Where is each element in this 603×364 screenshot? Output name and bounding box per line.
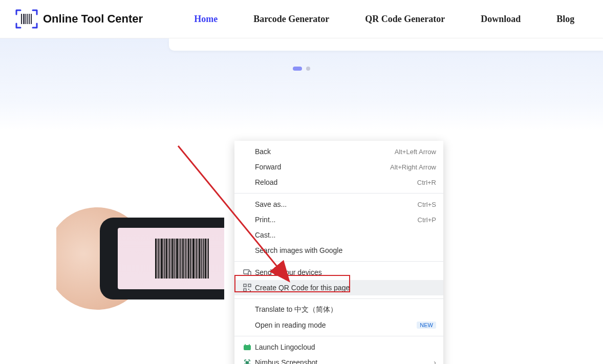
ctx-createqr-label: Create QR Code for this page (255, 284, 436, 292)
svg-rect-13 (244, 345, 251, 350)
ctx-lingocloud-label: Launch Lingocloud (255, 343, 436, 351)
ctx-print-shortcut: Ctrl+P (418, 216, 436, 224)
ctx-nimbus-screenshot[interactable]: N Nimbus Screenshot › (234, 355, 443, 364)
carousel-dot-2[interactable] (306, 67, 310, 71)
new-badge: NEW (417, 322, 436, 329)
ctx-forward[interactable]: Forward Alt+Right Arrow (234, 159, 443, 175)
ctx-reload[interactable]: Reload Ctrl+R (234, 175, 443, 190)
context-menu: Back Alt+Left Arrow Forward Alt+Right Ar… (234, 141, 443, 364)
ctx-launch-lingocloud[interactable]: Launch Lingocloud (234, 339, 443, 355)
ctx-search-images-google[interactable]: Search images with Google (234, 243, 443, 258)
barcode-logo-icon (15, 9, 38, 29)
ctx-cast[interactable]: Cast... (234, 227, 443, 243)
nav-barcode-generator[interactable]: Barcode Generator (253, 14, 329, 25)
nav-download[interactable]: Download (481, 14, 521, 25)
ctx-saveas-shortcut: Ctrl+S (418, 201, 436, 208)
svg-rect-7 (248, 271, 251, 275)
ctx-translate[interactable]: Translate to 中文（简体） (234, 302, 443, 317)
ctx-readingmode-label: Open in reading mode (255, 321, 413, 329)
card-bottom-edge (169, 38, 603, 51)
ctx-print[interactable]: Print... Ctrl+P (234, 212, 443, 227)
carousel-indicator[interactable] (293, 67, 310, 71)
svg-rect-8 (244, 284, 246, 287)
svg-rect-11 (248, 289, 249, 290)
ctx-reload-label: Reload (255, 178, 417, 186)
nimbus-icon: N (242, 358, 253, 364)
qr-code-icon (242, 284, 253, 292)
ctx-reload-shortcut: Ctrl+R (417, 179, 436, 186)
main-nav: Home Barcode Generator QR Code Generator… (194, 14, 574, 25)
ctx-translate-label: Translate to 中文（简体） (255, 305, 436, 314)
barcode-graphic (155, 239, 209, 279)
ctx-back-label: Back (255, 147, 395, 156)
svg-rect-9 (248, 284, 251, 287)
ctx-cast-label: Cast... (255, 231, 436, 239)
ctx-print-label: Print... (255, 216, 418, 224)
ctx-send-to-devices[interactable]: Send to your devices (234, 265, 443, 280)
nav-home[interactable]: Home (194, 14, 218, 25)
site-name: Online Tool Center (43, 12, 143, 26)
svg-rect-12 (250, 290, 251, 291)
ctx-searchgoogle-label: Search images with Google (255, 246, 436, 254)
chevron-right-icon: › (434, 358, 436, 364)
logo[interactable]: Online Tool Center (15, 9, 143, 29)
ctx-create-qr-code[interactable]: Create QR Code for this page (234, 280, 443, 295)
svg-text:N: N (246, 360, 249, 364)
ctx-back[interactable]: Back Alt+Left Arrow (234, 144, 443, 159)
carousel-dot-1[interactable] (293, 67, 302, 71)
site-header: Online Tool Center Home Barcode Generato… (0, 0, 603, 38)
ctx-forward-label: Forward (255, 163, 390, 171)
ctx-senddevices-label: Send to your devices (255, 268, 436, 276)
ctx-back-shortcut: Alt+Left Arrow (395, 148, 436, 156)
ctx-nimbus-label: Nimbus Screenshot (255, 358, 429, 364)
ctx-forward-shortcut: Alt+Right Arrow (390, 163, 436, 171)
barcode-scan-image (56, 177, 224, 330)
ctx-saveas-label: Save as... (255, 200, 418, 208)
svg-rect-10 (244, 289, 246, 291)
nav-blog[interactable]: Blog (556, 14, 574, 25)
lingocloud-icon (242, 343, 253, 351)
devices-icon (242, 268, 253, 276)
hero-section (0, 38, 603, 131)
nav-qr-code-generator[interactable]: QR Code Generator (365, 14, 445, 25)
ctx-save-as[interactable]: Save as... Ctrl+S (234, 197, 443, 212)
ctx-reading-mode[interactable]: Open in reading mode NEW (234, 317, 443, 333)
